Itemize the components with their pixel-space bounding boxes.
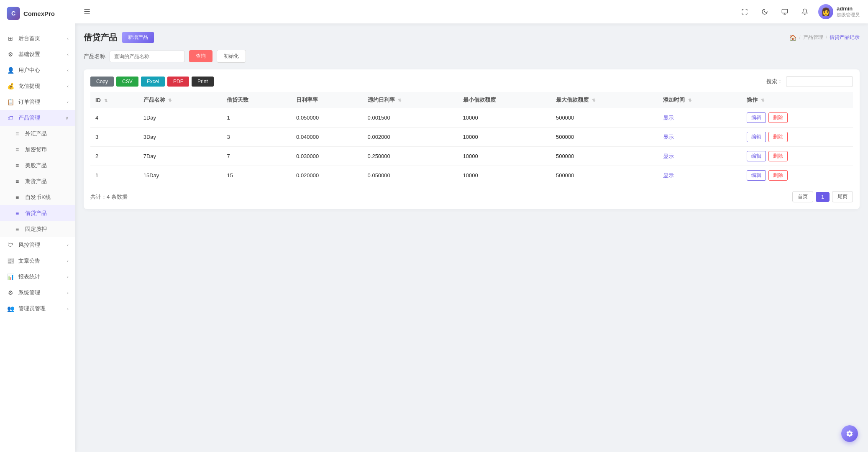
cell-daily-rate: 0.040000 (291, 128, 363, 147)
sidebar-item-label: 文章公告 (18, 257, 40, 265)
sort-icon-action: ⇅ (761, 98, 764, 102)
sidebar-item-label: 用户中心 (18, 66, 40, 74)
last-page-button[interactable]: 尾页 (832, 191, 853, 202)
search-button[interactable]: 查询 (189, 50, 213, 62)
breadcrumb-home-icon[interactable]: 🏠 (789, 34, 796, 41)
sidebar-item-admin-mgmt[interactable]: 👥 管理员管理 ‹ (0, 301, 75, 317)
pdf-button[interactable]: PDF (167, 77, 189, 87)
print-button[interactable]: Print (192, 77, 214, 87)
sidebar-item-system-mgmt[interactable]: ⚙ 系统管理 ‹ (0, 285, 75, 301)
arrow-icon: ‹ (67, 306, 69, 311)
delete-button[interactable]: 删除 (768, 112, 788, 123)
sidebar-item-self-coin[interactable]: ≡ 自发币K线 (0, 189, 75, 205)
col-min-amount[interactable]: 最小借款额度 (458, 92, 551, 108)
show-time-link[interactable]: 显示 (663, 115, 674, 121)
cell-min-amount: 10000 (458, 166, 551, 185)
sort-icon-id: ⇅ (104, 98, 108, 103)
table-search-label: 搜索： (766, 78, 783, 85)
cell-add-time: 显示 (658, 108, 742, 128)
sidebar-item-recharge[interactable]: 💰 充值提现 ‹ (0, 78, 75, 94)
col-days[interactable]: 借贷天数 (222, 92, 291, 108)
product-icon: 🏷 (7, 114, 14, 122)
product-name-input[interactable] (110, 51, 185, 62)
show-time-link[interactable]: 显示 (663, 134, 674, 140)
excel-button[interactable]: Excel (141, 77, 165, 87)
csv-button[interactable]: CSV (116, 77, 138, 87)
cell-action: 编辑 删除 (742, 147, 853, 166)
float-settings-button[interactable] (841, 425, 858, 442)
sidebar-item-risk-control[interactable]: 🛡 风控管理 ‹ (0, 237, 75, 253)
edit-button[interactable]: 编辑 (747, 170, 766, 181)
col-action[interactable]: 操作 ⇅ (742, 92, 853, 108)
table-search-input[interactable] (786, 76, 853, 87)
reset-button[interactable]: 初始化 (217, 50, 246, 63)
sidebar: C ComexPro ⊞ 后台首页 ‹ ⚙ 基础设置 ‹ 👤 用户中心 ‹ (0, 0, 75, 452)
col-daily-rate[interactable]: 日利率率 (291, 92, 363, 108)
fullscreen-button[interactable] (738, 5, 751, 18)
edit-button[interactable]: 编辑 (747, 112, 766, 123)
col-max-amount[interactable]: 最大借款额度 ⇅ (551, 92, 658, 108)
recharge-icon: 💰 (7, 82, 14, 90)
sidebar-item-label: 外汇产品 (25, 130, 47, 138)
sidebar-submenu-product: ≡ 外汇产品 ≡ 加密货币 ≡ 美股产品 ≡ 期货产品 (0, 126, 75, 237)
sort-icon-time: ⇅ (688, 98, 691, 102)
first-page-button[interactable]: 首页 (792, 191, 813, 202)
col-id[interactable]: ID ⇅ (90, 92, 138, 108)
breadcrumb-sep-2: / (826, 35, 827, 41)
notifications-button[interactable] (798, 5, 812, 18)
cell-min-amount: 10000 (458, 147, 551, 166)
cell-max-amount: 500000 (551, 147, 658, 166)
copy-button[interactable]: Copy (90, 77, 114, 87)
sidebar-item-basic-settings[interactable]: ⚙ 基础设置 ‹ (0, 46, 75, 62)
pagination: 首页 1 尾页 (792, 191, 853, 202)
show-time-link[interactable]: 显示 (663, 172, 674, 179)
show-time-link[interactable]: 显示 (663, 153, 674, 159)
sort-icon-name: ⇅ (168, 98, 172, 102)
sidebar-item-order-mgmt[interactable]: 📋 订单管理 ‹ (0, 94, 75, 110)
sidebar-item-reports[interactable]: 📊 报表统计 ‹ (0, 269, 75, 285)
edit-button[interactable]: 编辑 (747, 132, 766, 142)
page-header: 借贷产品 新增产品 🏠 / 产品管理 / 借贷产品记录 (84, 32, 860, 43)
sidebar-menu: ⊞ 后台首页 ‹ ⚙ 基础设置 ‹ 👤 用户中心 ‹ 💰 充值提现 (0, 27, 75, 452)
arrow-icon: ‹ (67, 36, 69, 41)
display-settings-button[interactable] (778, 5, 791, 18)
delete-button[interactable]: 删除 (768, 170, 788, 181)
table-export-buttons: Copy CSV Excel PDF Print (90, 77, 214, 87)
sort-icon-max: ⇅ (592, 98, 595, 102)
dashboard-icon: ⊞ (7, 35, 14, 42)
delete-button[interactable]: 删除 (768, 151, 788, 161)
add-product-button[interactable]: 新增产品 (122, 32, 154, 43)
sidebar-item-us-stocks[interactable]: ≡ 美股产品 (0, 158, 75, 174)
sidebar-item-dashboard[interactable]: ⊞ 后台首页 ‹ (0, 31, 75, 46)
sidebar-item-crypto[interactable]: ≡ 加密货币 (0, 142, 75, 158)
page-title: 借贷产品 (84, 32, 117, 43)
sidebar-item-label: 后台首页 (18, 35, 40, 42)
theme-toggle-button[interactable] (758, 5, 771, 18)
cell-add-time: 显示 (658, 166, 742, 185)
page-1-button[interactable]: 1 (816, 192, 830, 202)
sidebar-item-articles[interactable]: 📰 文章公告 ‹ (0, 253, 75, 269)
menu-toggle-icon[interactable]: ☰ (84, 7, 90, 16)
sidebar-item-label: 加密货币 (25, 146, 47, 153)
sidebar-item-fixed-pledge[interactable]: ≡ 固定质押 (0, 221, 75, 237)
sidebar-logo: C ComexPro (0, 0, 75, 27)
col-penalty-rate[interactable]: 违约日利率 ⇅ (363, 92, 458, 108)
table-row: 1 15Day 15 0.020000 0.050000 10000 50000… (90, 166, 853, 185)
user-menu[interactable]: 👩 admin 超级管理员 (818, 4, 860, 19)
sidebar-item-loan-product[interactable]: ≡ 借贷产品 (0, 205, 75, 221)
sidebar-item-foreign-product[interactable]: ≡ 外汇产品 (0, 126, 75, 142)
sidebar-item-product-mgmt[interactable]: 🏷 产品管理 ∨ (0, 110, 75, 126)
header-right: 👩 admin 超级管理员 (738, 4, 860, 19)
col-name[interactable]: 产品名称 ⇅ (138, 92, 222, 108)
col-add-time[interactable]: 添加时间 ⇅ (658, 92, 742, 108)
delete-button[interactable]: 删除 (768, 132, 788, 142)
breadcrumb-product-mgmt[interactable]: 产品管理 (803, 34, 823, 41)
edit-button[interactable]: 编辑 (747, 151, 766, 161)
sidebar-item-user-center[interactable]: 👤 用户中心 ‹ (0, 62, 75, 78)
table-container: Copy CSV Excel PDF Print 搜索： ID (84, 69, 860, 209)
table-footer: 共计：4 条数据 首页 1 尾页 (90, 191, 853, 202)
sidebar-item-futures[interactable]: ≡ 期货产品 (0, 174, 75, 189)
table-row: 4 1Day 1 0.050000 0.001500 10000 500000 … (90, 108, 853, 128)
cell-penalty-rate: 0.001500 (363, 108, 458, 128)
cell-name: 7Day (138, 147, 222, 166)
